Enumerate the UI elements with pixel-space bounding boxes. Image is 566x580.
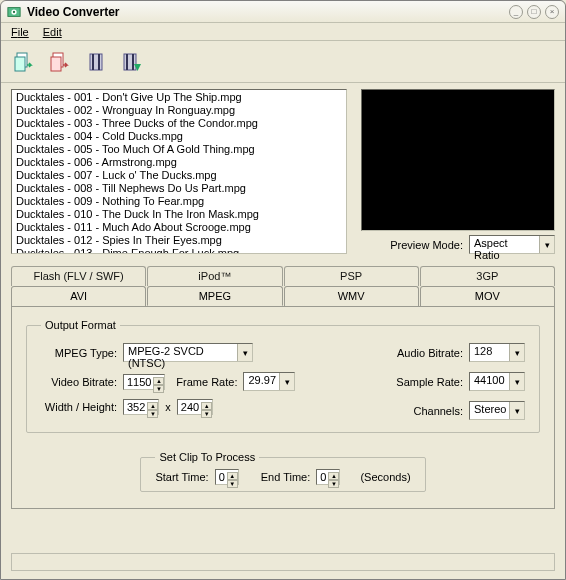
height-spinner[interactable]: 240 ▲▼ (177, 401, 213, 413)
list-item[interactable]: Ducktales - 005 - Too Much Of A Gold Thi… (13, 143, 345, 156)
window-title: Video Converter (27, 5, 509, 19)
add-folder-icon (49, 51, 71, 73)
list-item[interactable]: Ducktales - 001 - Don't Give Up The Ship… (13, 91, 345, 104)
tab-flash-flv-swf-[interactable]: Flash (FLV / SWF) (11, 266, 146, 286)
list-item[interactable]: Ducktales - 012 - Spies In Their Eyes.mp… (13, 234, 345, 247)
list-item[interactable]: Ducktales - 004 - Cold Ducks.mpg (13, 130, 345, 143)
list-item[interactable]: Ducktales - 008 - Till Nephews Do Us Par… (13, 182, 345, 195)
channels-label: Channels: (389, 405, 469, 417)
add-files-button[interactable] (9, 47, 39, 77)
list-item[interactable]: Ducktales - 011 - Much Ado About Scrooge… (13, 221, 345, 234)
mpeg-type-label: MPEG Type: (41, 347, 123, 359)
preview-pane (361, 89, 555, 231)
svg-point-2 (13, 10, 15, 12)
list-item[interactable]: Ducktales - 002 - Wronguay In Ronguay.mp… (13, 104, 345, 117)
width-spinner[interactable]: 352 ▲▼ (123, 401, 159, 413)
svg-rect-4 (15, 57, 25, 71)
app-window: Video Converter _ □ × File Edit Ducktale… (0, 0, 566, 580)
titlebar[interactable]: Video Converter _ □ × (1, 1, 565, 23)
tab-avi[interactable]: AVI (11, 286, 146, 306)
mpeg-type-select[interactable]: MPEG-2 SVCD (NTSC) (123, 343, 253, 362)
svg-rect-6 (51, 57, 61, 71)
tab-psp[interactable]: PSP (284, 266, 419, 286)
svg-rect-9 (98, 54, 100, 70)
app-icon (7, 5, 21, 19)
tab-mpeg[interactable]: MPEG (147, 286, 282, 306)
start-time-spinner[interactable]: 0 ▲▼ (215, 471, 239, 483)
menu-file[interactable]: File (5, 25, 35, 39)
audio-bitrate-label: Audio Bitrate: (389, 347, 469, 359)
list-item[interactable]: Ducktales - 010 - The Duck In The Iron M… (13, 208, 345, 221)
preview-mode-select[interactable]: Aspect Ratio (469, 235, 555, 254)
tab-mov[interactable]: MOV (420, 286, 555, 306)
output-format-legend: Output Format (41, 319, 120, 331)
clip-legend: Set Clip To Process (155, 451, 259, 463)
svg-rect-7 (90, 54, 102, 70)
toolbar (1, 41, 565, 83)
sample-rate-label: Sample Rate: (389, 376, 469, 388)
start-time-label: Start Time: (155, 471, 208, 483)
minimize-button[interactable]: _ (509, 5, 523, 19)
list-item[interactable]: Ducktales - 013 - Dime Enough For Luck.m… (13, 247, 345, 254)
width-height-label: Width / Height: (41, 401, 123, 413)
svg-rect-8 (92, 54, 94, 70)
convert-icon (121, 51, 143, 73)
list-item[interactable]: Ducktales - 009 - Nothing To Fear.mpg (13, 195, 345, 208)
clip-unit: (Seconds) (360, 471, 410, 483)
menu-edit[interactable]: Edit (37, 25, 68, 39)
clip-group: Set Clip To Process Start Time: 0 ▲▼ End… (140, 451, 425, 492)
menubar: File Edit (1, 23, 565, 41)
output-format-group: Output Format MPEG Type: MPEG-2 SVCD (NT… (26, 319, 540, 433)
list-item[interactable]: Ducktales - 006 - Armstrong.mpg (13, 156, 345, 169)
add-files-icon (13, 51, 35, 73)
svg-rect-10 (124, 54, 136, 70)
list-item[interactable]: Ducktales - 007 - Luck o' The Ducks.mpg (13, 169, 345, 182)
remove-button[interactable] (81, 47, 111, 77)
tab-wmv[interactable]: WMV (284, 286, 419, 306)
sample-rate-select[interactable]: 44100 (469, 372, 525, 391)
channels-select[interactable]: Stereo (469, 401, 525, 420)
tab-panel: Output Format MPEG Type: MPEG-2 SVCD (NT… (11, 306, 555, 509)
preview-mode-label: Preview Mode: (390, 239, 463, 251)
end-time-spinner[interactable]: 0 ▲▼ (316, 471, 340, 483)
status-bar (11, 553, 555, 571)
list-item[interactable]: Ducktales - 003 - Three Ducks of the Con… (13, 117, 345, 130)
svg-rect-12 (132, 54, 134, 70)
end-time-label: End Time: (261, 471, 311, 483)
close-button[interactable]: × (545, 5, 559, 19)
frame-rate-select[interactable]: 29.97 (243, 372, 295, 391)
wh-separator: x (159, 401, 177, 413)
maximize-button[interactable]: □ (527, 5, 541, 19)
tab-ipod-[interactable]: iPod™ (147, 266, 282, 286)
remove-icon (85, 51, 107, 73)
file-list[interactable]: Ducktales - 001 - Don't Give Up The Ship… (11, 89, 347, 254)
add-folder-button[interactable] (45, 47, 75, 77)
video-bitrate-spinner[interactable]: 1150 ▲▼ (123, 376, 165, 388)
tab-3gp[interactable]: 3GP (420, 266, 555, 286)
convert-button[interactable] (117, 47, 147, 77)
video-bitrate-label: Video Bitrate: (41, 376, 123, 388)
audio-bitrate-select[interactable]: 128 (469, 343, 525, 362)
svg-rect-11 (126, 54, 128, 70)
frame-rate-label: Frame Rate: (173, 376, 243, 388)
